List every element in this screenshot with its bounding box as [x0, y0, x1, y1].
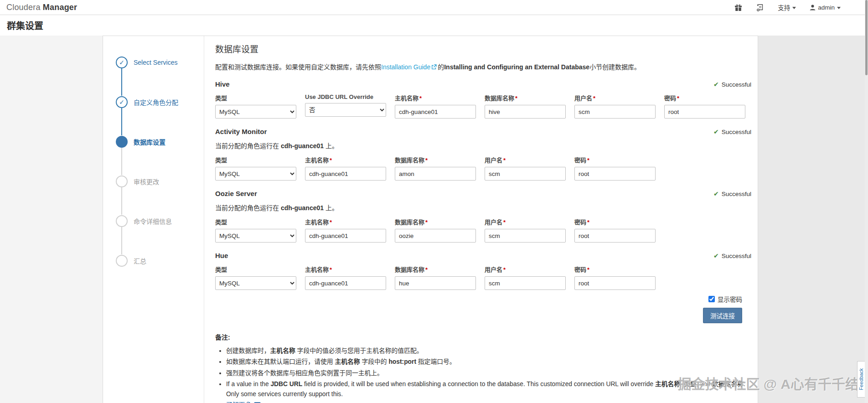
show-password-checkbox[interactable]: [708, 296, 715, 302]
service-sections: Hive✔Successful类型MySQLUse JDBC URL Overr…: [215, 80, 751, 290]
note-2-text: host:port: [388, 358, 416, 365]
note-4-text: If a value in the: [226, 381, 270, 388]
input-主机名称[interactable]: [305, 229, 386, 243]
input-主机名称[interactable]: [305, 276, 386, 290]
intro-text: 小节创建数据库。: [589, 63, 641, 71]
user-menu[interactable]: admin: [810, 4, 841, 11]
wizard-card: ✓Select Services✓自定义角色分配数据库设置审核更改命令详细信息汇…: [103, 36, 758, 403]
input-密码[interactable]: [574, 276, 656, 290]
form-field: 密码*: [574, 265, 656, 290]
note-1-text: 字段中的值必须与您用于主机名称的值匹配。: [295, 347, 423, 354]
section-header: Hive✔Successful: [215, 80, 751, 88]
input-用户名[interactable]: [485, 276, 566, 290]
form-field: 密码*: [574, 217, 656, 243]
role-note-text: cdh-guance01: [281, 204, 324, 212]
wizard-step-label: 自定义角色分配: [134, 98, 178, 107]
note-4-text: 主机名称: [655, 381, 680, 388]
wizard-step-6[interactable]: 汇总: [103, 241, 204, 280]
note-1-text: 主机名称: [270, 347, 295, 354]
required-asterisk: *: [425, 219, 428, 226]
success-check-icon: ✔: [713, 128, 719, 135]
note-item-3: 强烈建议将各个数据库与相应角色实例置于同一主机上。: [226, 368, 751, 378]
wizard-step-2[interactable]: ✓自定义角色分配: [103, 82, 204, 122]
top-navigation-bar: Cloudera Manager 支持: [0, 0, 868, 15]
field-label: 用户名*: [485, 217, 566, 226]
note-3-text: 强烈建议将各个数据库与相应角色实例置于同一主机上。: [226, 370, 383, 377]
external-link-icon: [430, 63, 438, 71]
running-commands-scroll-icon[interactable]: [756, 4, 764, 11]
success-check-icon: ✔: [713, 252, 719, 259]
form-field: 数据库名称*: [395, 217, 476, 243]
form-field: 用户名*: [485, 155, 566, 181]
field-label: 用户名*: [485, 265, 566, 274]
section-title: Oozie Server: [215, 190, 257, 197]
input-数据库名称[interactable]: [485, 105, 566, 119]
wizard-step-3[interactable]: 数据库设置: [103, 122, 204, 161]
input-数据库名称[interactable]: [395, 276, 476, 290]
right-controls: 显示密码 测试连接: [215, 294, 751, 323]
wizard-step-1[interactable]: ✓Select Services: [103, 42, 204, 82]
field-label: 类型: [215, 93, 296, 102]
input-密码[interactable]: [664, 105, 745, 119]
note-2-text: 字段中的: [360, 358, 389, 365]
note-4-text: JDBC URL: [270, 381, 302, 388]
field-label: 类型: [215, 155, 296, 164]
support-menu[interactable]: 支持: [778, 3, 796, 12]
service-section-hive: Hive✔Successful类型MySQLUse JDBC URL Overr…: [215, 80, 751, 119]
form-field: 类型MySQL: [215, 265, 296, 290]
field-label: 类型: [215, 217, 296, 226]
fields-row: 类型MySQLUse JDBC URL Override否主机名称*数据库名称*…: [215, 93, 751, 119]
input-用户名[interactable]: [485, 229, 566, 243]
note-2-text: 如数据库未在其默认端口运行，请使用: [226, 358, 335, 365]
notes-block: 备注: 创建数据库时，主机名称 字段中的值必须与您用于主机名称的值匹配。如数据库…: [215, 332, 751, 403]
scrollbar-thumb[interactable]: [865, 0, 868, 75]
service-section-hue: Hue✔Successful类型MySQL主机名称*数据库名称*用户名*密码*: [215, 252, 751, 290]
intro-link[interactable]: Installation Guide: [381, 63, 430, 71]
input-数据库名称[interactable]: [395, 167, 476, 181]
form-field: 数据库名称*: [395, 265, 476, 290]
field-label: 用户名*: [574, 93, 656, 102]
form-field: 主机名称*: [305, 217, 386, 243]
input-用户名[interactable]: [485, 167, 566, 181]
required-asterisk: *: [587, 266, 589, 273]
form-field: 主机名称*: [305, 265, 386, 290]
fields-row: 类型MySQL主机名称*数据库名称*用户名*密码*: [215, 155, 751, 181]
section-title: Hue: [215, 252, 228, 259]
wizard-step-5[interactable]: 命令详细信息: [103, 201, 204, 241]
note-2-text: 主机名称: [335, 358, 360, 365]
step-empty-circle: [116, 255, 128, 267]
topnav-items: 支持 admin: [734, 3, 841, 12]
select-类型[interactable]: MySQL: [215, 105, 296, 119]
wizard-step-4[interactable]: 审核更改: [103, 161, 204, 201]
content-area: ✓Select Services✓自定义角色分配数据库设置审核更改命令详细信息汇…: [0, 36, 868, 403]
cloudera-manager-logo[interactable]: Cloudera Manager: [6, 3, 77, 12]
status-text: Successful: [722, 253, 751, 259]
service-section-oozie-server: Oozie Server✔Successful当前分配的角色运行在 cdh-gu…: [215, 190, 751, 243]
select-类型[interactable]: MySQL: [215, 276, 296, 290]
browser-scrollbar[interactable]: [865, 0, 868, 403]
form-field: 数据库名称*: [485, 93, 566, 119]
role-note-text: 上。: [324, 142, 338, 150]
note-4-text: field is provided, it will be used when …: [302, 381, 655, 388]
select-use-jdbc-url-override[interactable]: 否: [305, 103, 386, 117]
input-密码[interactable]: [574, 229, 656, 243]
select-类型[interactable]: MySQL: [215, 229, 296, 243]
input-用户名[interactable]: [574, 105, 656, 119]
input-主机名称[interactable]: [395, 105, 476, 119]
right-gutter: [758, 36, 868, 403]
fields-row: 类型MySQL主机名称*数据库名称*用户名*密码*: [215, 217, 751, 243]
input-主机名称[interactable]: [305, 167, 386, 181]
input-数据库名称[interactable]: [395, 229, 476, 243]
select-类型[interactable]: MySQL: [215, 167, 296, 181]
form-field: 密码*: [574, 155, 656, 181]
feedback-tab[interactable]: Feedback: [857, 361, 865, 398]
parcel-gift-icon[interactable]: [734, 4, 742, 11]
test-connection-button[interactable]: 测试连接: [703, 308, 742, 323]
support-label: 支持: [778, 3, 790, 12]
step-empty-circle: [116, 215, 128, 227]
field-label: 类型: [215, 265, 296, 274]
wizard-step-list: ✓Select Services✓自定义角色分配数据库设置审核更改命令详细信息汇…: [103, 42, 204, 280]
note-4-text: , and: [696, 381, 712, 388]
input-密码[interactable]: [574, 167, 656, 181]
note-item-4: If a value in the JDBC URL field is prov…: [226, 379, 751, 399]
